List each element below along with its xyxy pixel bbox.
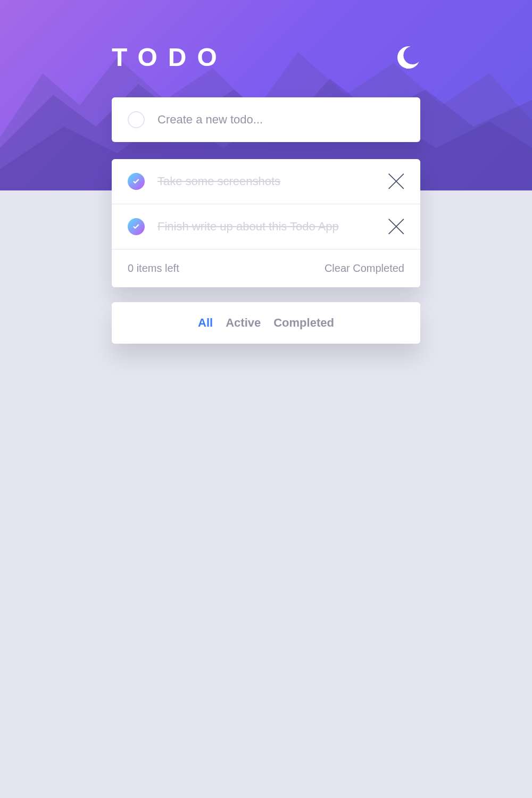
todo-text: Finish write up about this Todo App: [157, 220, 376, 234]
todo-item: Take some screenshots: [112, 159, 420, 204]
new-todo-input[interactable]: [157, 113, 404, 127]
new-todo-checkbox[interactable]: [128, 111, 145, 128]
filter-all-button[interactable]: All: [198, 316, 213, 330]
new-todo-container: [112, 97, 420, 142]
delete-todo-button[interactable]: [388, 173, 404, 189]
filter-container: All Active Completed: [112, 302, 420, 344]
checkmark-icon: [132, 224, 140, 229]
filter-completed-button[interactable]: Completed: [273, 316, 334, 330]
close-icon: [388, 173, 404, 189]
delete-todo-button[interactable]: [388, 219, 404, 235]
todo-item: Finish write up about this Todo App: [112, 204, 420, 250]
close-icon: [388, 219, 404, 235]
items-left-count: 0 items left: [128, 262, 179, 275]
todo-list: Take some screenshots Finish write up ab…: [112, 159, 420, 287]
todo-checkbox-checked[interactable]: [128, 173, 145, 190]
moon-icon: [397, 46, 420, 69]
todo-checkbox-checked[interactable]: [128, 218, 145, 235]
clear-completed-button[interactable]: Clear Completed: [325, 262, 404, 275]
todo-footer: 0 items left Clear Completed: [112, 250, 420, 287]
filter-active-button[interactable]: Active: [226, 316, 261, 330]
checkmark-icon: [132, 179, 140, 184]
app-title: TODO: [112, 43, 228, 72]
todo-text: Take some screenshots: [157, 174, 376, 188]
theme-toggle-button[interactable]: [397, 46, 420, 69]
